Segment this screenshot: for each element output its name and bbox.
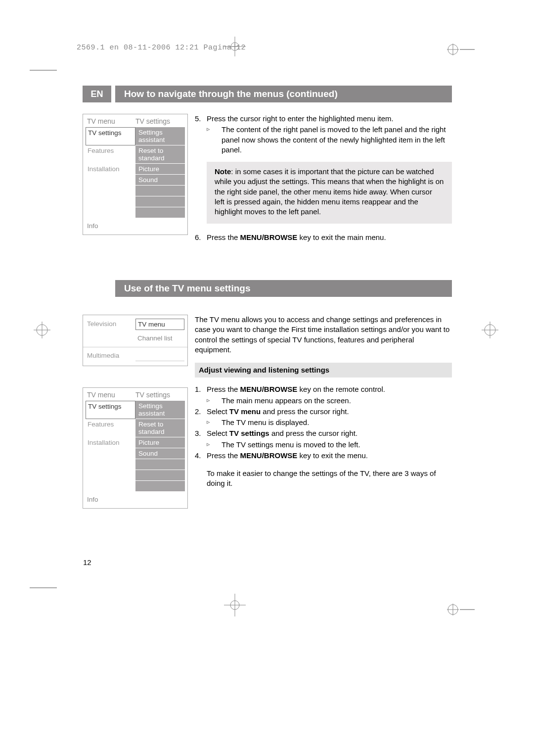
menu1-title-right: TV settings — [135, 117, 170, 125]
crop-mark-bottom-center — [220, 594, 250, 616]
language-badge: EN — [83, 86, 111, 102]
menu1-right-settingsassistant: Settings assistant — [135, 127, 185, 145]
television-menu-diagram: TelevisionTV menu Channel list Multimedi… — [83, 315, 188, 366]
page-number: 12 — [83, 558, 91, 567]
menu3-right-reset: Reset to standard — [135, 419, 185, 437]
subheading-adjust: Adjust viewing and listening settings — [195, 363, 452, 378]
menu1-info: Info — [83, 218, 187, 235]
section1-body: 5.Press the cursor right to enter the hi… — [195, 114, 452, 244]
menu2-channellist: Channel list — [135, 333, 184, 343]
menu1-right-picture: Picture — [135, 164, 185, 175]
crop-mark-bottom-left — [30, 583, 64, 617]
crop-mark-top-left — [30, 55, 64, 75]
menu1-right-reset: Reset to standard — [135, 145, 185, 164]
menu2-television: Television — [86, 319, 135, 330]
menu1-left-tvsettings: TV settings — [86, 127, 135, 145]
menu3-title-left: TV menu — [87, 391, 135, 399]
section-heading-1: How to navigate through the menus (conti… — [115, 86, 452, 102]
crop-mark-top-right — [446, 39, 476, 60]
crop-mark-top-center — [220, 37, 250, 56]
tv-menu-diagram-1: TV menu TV settings TV settingsSettings … — [83, 114, 188, 235]
menu3-info: Info — [83, 492, 187, 508]
section2-body: The TV menu allows you to access and cha… — [195, 315, 452, 489]
note-box: Note: in some cases it is important that… — [207, 162, 452, 224]
menu1-right-sound: Sound — [135, 175, 185, 186]
menu2-multimedia: Multimedia — [86, 350, 135, 361]
menu1-left-features: Features — [86, 145, 135, 164]
menu2-tvmenu: TV menu — [135, 319, 184, 330]
menu3-left-tvsettings: TV settings — [86, 401, 135, 419]
menu3-right-sound: Sound — [135, 448, 185, 459]
crop-mark-bottom-right — [446, 599, 476, 620]
section-heading-2: Use of the TV menu settings — [115, 280, 452, 297]
menu1-title-left: TV menu — [87, 117, 135, 125]
menu3-left-features: Features — [86, 419, 135, 437]
menu1-left-installation: Installation — [86, 164, 135, 175]
registration-mark-right — [482, 322, 498, 340]
menu3-title-right: TV settings — [135, 391, 170, 399]
menu3-right-picture: Picture — [135, 437, 185, 448]
tv-menu-diagram-2: TV menu TV settings TV settingsSettings … — [83, 387, 188, 509]
menu3-right-settingsassistant: Settings assistant — [135, 401, 185, 419]
registration-mark-left — [34, 322, 50, 340]
menu3-left-installation: Installation — [86, 437, 135, 448]
